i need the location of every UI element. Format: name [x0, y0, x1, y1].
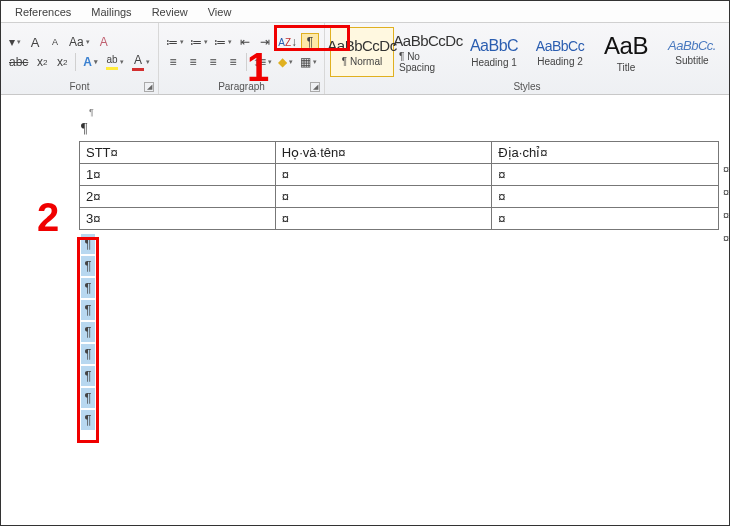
style-caption: ¶ Normal — [342, 56, 382, 67]
group-font: ▾ A A Aa A abc x2 x2 A ab A Font — [1, 23, 159, 94]
table-cell[interactable]: ¤ — [492, 186, 719, 208]
tab-view[interactable]: View — [198, 3, 242, 21]
row-end-mark: ¤ — [723, 163, 729, 175]
group-styles: AaBbCcDc¶ NormalAaBbCcDc¶ No SpacingAaBb… — [325, 23, 730, 94]
sort-button[interactable]: AZ↓ — [276, 33, 299, 51]
row-end-mark: ¤ — [723, 186, 729, 198]
paragraph-mark-selected: ¶ — [81, 300, 95, 320]
table-cell[interactable]: ¤ — [492, 208, 719, 230]
row-end-mark: ¤ — [723, 232, 729, 244]
align-right-button[interactable]: ≡ — [204, 53, 222, 71]
clear-formatting-button[interactable]: A — [95, 33, 113, 51]
style-preview: AaBbC — [470, 37, 518, 55]
style-caption: Heading 1 — [471, 57, 517, 68]
change-case-button[interactable]: Aa — [66, 33, 93, 51]
decrease-indent-button[interactable]: ⇤ — [236, 33, 254, 51]
style-preview: AaBbCcDc — [393, 32, 462, 49]
paragraph-mark: ¶ — [81, 121, 729, 137]
selected-paragraph-marks[interactable]: ¶¶¶¶¶¶¶¶¶ — [81, 234, 729, 430]
table-row: 2¤ ¤ ¤ — [80, 186, 719, 208]
show-hide-pilcrow-button[interactable]: ¶ — [301, 33, 319, 51]
group-label-paragraph: Paragraph ◢ — [159, 81, 324, 94]
table-cell[interactable]: 2¤ — [80, 186, 276, 208]
paragraph-mark-selected: ¶ — [81, 410, 95, 430]
style-preview: AaBbCcDc — [327, 37, 396, 54]
shading-button[interactable]: ◆ — [276, 53, 296, 71]
style-item[interactable]: AaBbCcDc¶ Normal — [330, 27, 394, 77]
style-item[interactable]: AaBbCcHeading 2 — [528, 27, 592, 77]
page: ¶ ¶ STT¤ Họ·và·tên¤ Địa·chỉ¤ 1¤ ¤ ¤ 2¤ ¤… — [61, 101, 729, 438]
group-label-font: Font ◢ — [1, 81, 158, 94]
style-caption: Heading 2 — [537, 56, 583, 67]
paragraph-mark-selected: ¶ — [81, 278, 95, 298]
style-item[interactable]: AaBbCc.Subtitle — [660, 27, 724, 77]
tab-references[interactable]: References — [5, 3, 81, 21]
style-item[interactable]: AaBbCHeading 1 — [462, 27, 526, 77]
strikethrough-button[interactable]: abc — [6, 53, 31, 71]
table-row: 1¤ ¤ ¤ — [80, 164, 719, 186]
subscript-button[interactable]: x2 — [33, 53, 51, 71]
table-cell[interactable]: ¤ — [275, 208, 491, 230]
font-picker[interactable]: ▾ — [6, 33, 24, 51]
paragraph-mark: ¶ — [89, 107, 729, 117]
font-dialog-launcher[interactable]: ◢ — [144, 82, 154, 92]
paragraph-mark-selected: ¶ — [81, 344, 95, 364]
document-area[interactable]: ¶ ¶ STT¤ Họ·và·tên¤ Địa·chỉ¤ 1¤ ¤ ¤ 2¤ ¤… — [1, 95, 729, 525]
align-left-button[interactable]: ≡ — [164, 53, 182, 71]
paragraph-mark-selected: ¶ — [81, 234, 95, 254]
style-item[interactable]: AaBbCcDc¶ No Spacing — [396, 27, 460, 77]
table-cell[interactable]: 3¤ — [80, 208, 276, 230]
paragraph-dialog-launcher[interactable]: ◢ — [310, 82, 320, 92]
table-row: STT¤ Họ·và·tên¤ Địa·chỉ¤ — [80, 142, 719, 164]
align-center-button[interactable]: ≡ — [184, 53, 202, 71]
style-preview: AaBbCc. — [668, 38, 716, 53]
row-end-mark: ¤ — [723, 209, 729, 221]
paragraph-mark-selected: ¶ — [81, 322, 95, 342]
tab-mailings[interactable]: Mailings — [81, 3, 141, 21]
paragraph-mark-selected: ¶ — [81, 388, 95, 408]
table-cell[interactable]: 1¤ — [80, 164, 276, 186]
grow-font-button[interactable]: A — [26, 33, 44, 51]
paragraph-mark-selected: ¶ — [81, 366, 95, 386]
table-row: 3¤ ¤ ¤ — [80, 208, 719, 230]
table-cell[interactable]: ¤ — [275, 186, 491, 208]
line-spacing-button[interactable]: ↕≡ — [251, 53, 274, 71]
document-table[interactable]: STT¤ Họ·và·tên¤ Địa·chỉ¤ 1¤ ¤ ¤ 2¤ ¤ ¤ 3… — [79, 141, 719, 230]
numbering-button[interactable]: ≔ — [188, 33, 210, 51]
table-cell[interactable]: ¤ — [275, 164, 491, 186]
table-header-cell[interactable]: Họ·và·tên¤ — [275, 142, 491, 164]
tab-review[interactable]: Review — [142, 3, 198, 21]
multilevel-button[interactable]: ≔ — [212, 33, 234, 51]
bullets-button[interactable]: ≔ — [164, 33, 186, 51]
font-color-button[interactable]: A — [129, 53, 153, 71]
paragraph-mark-selected: ¶ — [81, 256, 95, 276]
style-caption: Subtitle — [675, 55, 708, 66]
table-header-cell[interactable]: STT¤ — [80, 142, 276, 164]
superscript-button[interactable]: x2 — [53, 53, 71, 71]
borders-button[interactable]: ▦ — [298, 53, 319, 71]
table-cell[interactable]: ¤ — [492, 164, 719, 186]
style-caption: ¶ No Spacing — [399, 51, 457, 73]
justify-button[interactable]: ≡ — [224, 53, 242, 71]
ribbon-tabs: References Mailings Review View — [1, 1, 729, 23]
increase-indent-button[interactable]: ⇥ — [256, 33, 274, 51]
style-caption: Title — [617, 62, 636, 73]
table-header-cell[interactable]: Địa·chỉ¤ — [492, 142, 719, 164]
group-label-styles: Styles — [325, 81, 729, 94]
style-preview: AaB — [604, 32, 648, 60]
text-effects-button[interactable]: A — [80, 53, 101, 71]
shrink-font-button[interactable]: A — [46, 33, 64, 51]
style-preview: AaBbCc — [536, 38, 584, 54]
group-paragraph: ≔ ≔ ≔ ⇤ ⇥ AZ↓ ¶ ≡ ≡ ≡ ≡ ↕≡ ◆ ▦ — [159, 23, 325, 94]
highlight-button[interactable]: ab — [103, 53, 127, 71]
style-item[interactable]: AaBTitle — [594, 27, 658, 77]
style-gallery[interactable]: AaBbCcDc¶ NormalAaBbCcDc¶ No SpacingAaBb… — [325, 23, 729, 81]
ribbon: ▾ A A Aa A abc x2 x2 A ab A Font — [1, 23, 729, 95]
